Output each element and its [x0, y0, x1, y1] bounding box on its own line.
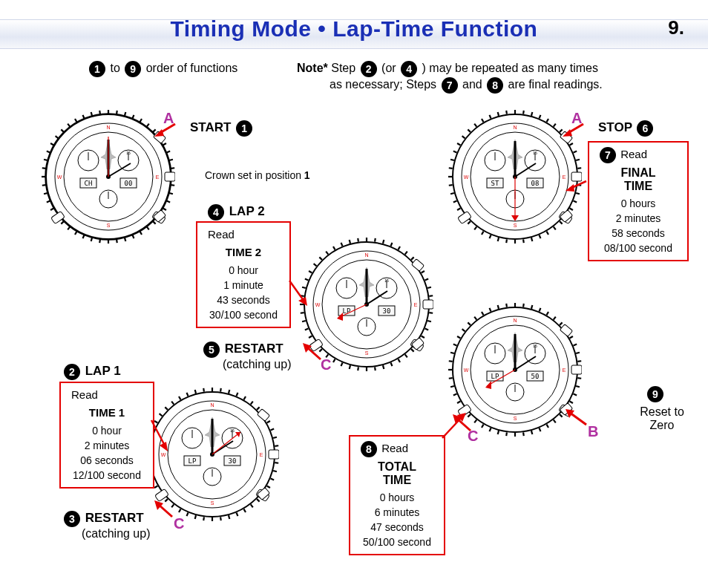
- step-2-badge: 2: [64, 364, 80, 380]
- step-5-badge: 5: [203, 342, 220, 358]
- catching-up-2: (catching up): [223, 358, 292, 371]
- intro-left: 1 to 9 order of functions: [88, 61, 237, 77]
- svg-line-246: [229, 390, 229, 393]
- svg-line-821: [523, 304, 524, 307]
- read-label-1: Read: [71, 388, 147, 402]
- svg-line-420: [309, 336, 312, 339]
- svg-line-815: [474, 317, 476, 320]
- svg-line-223: [187, 513, 189, 517]
- svg-line-788: [570, 402, 573, 404]
- svg-line-819: [506, 304, 507, 307]
- svg-line-601: [540, 235, 541, 239]
- svg-line-433: [341, 243, 343, 246]
- svg-line-826: [560, 322, 563, 325]
- svg-line-805: [453, 394, 457, 396]
- lap2-title: 4 LAP 2: [206, 204, 265, 220]
- svg-line-413: [358, 367, 358, 370]
- arrow-c-3: [450, 413, 475, 435]
- svg-line-446: [427, 287, 431, 288]
- svg-line-33: [99, 239, 100, 243]
- svg-text:ST: ST: [491, 180, 499, 187]
- intro-note: Note* Step 2 (or 4 ) may be repeated as …: [297, 61, 681, 94]
- svg-line-799: [490, 428, 491, 432]
- arrow-a-2: [561, 120, 591, 140]
- svg-line-245: [220, 388, 221, 392]
- svg-line-30: [125, 238, 125, 241]
- final-time-box: 7 Read FINALTIME 0 hours 2 minutes 58 se…: [588, 141, 689, 261]
- svg-line-403: [425, 329, 429, 330]
- lap1-box: Read TIME 1 0 hour 2 minutes 06 seconds …: [59, 382, 154, 489]
- svg-line-590: [307, 347, 321, 359]
- note-1b: (or: [381, 62, 396, 74]
- svg-line-588: [289, 281, 304, 301]
- svg-line-632: [547, 119, 549, 122]
- svg-line-639: [577, 168, 581, 169]
- arrow-b: [563, 407, 592, 429]
- svg-line-606: [498, 238, 499, 241]
- svg-line-249: [251, 402, 253, 405]
- step-3-badge: 3: [64, 511, 80, 527]
- svg-line-825: [554, 317, 556, 320]
- svg-line-401: [429, 313, 433, 313]
- arrow-box-lap1: [147, 416, 172, 460]
- step-9-badge: 9: [647, 386, 663, 402]
- svg-line-67: [171, 168, 174, 169]
- svg-marker-397: [160, 442, 168, 451]
- svg-line-636: [570, 143, 573, 146]
- svg-line-415: [341, 363, 343, 367]
- svg-line-440: [399, 246, 401, 249]
- svg-line-248: [244, 396, 246, 399]
- svg-line-241: [187, 393, 189, 396]
- step-7-badge: 7: [600, 147, 616, 163]
- time1-label: TIME 1: [67, 405, 147, 420]
- svg-line-630: [531, 112, 532, 116]
- svg-line-212: [267, 486, 270, 489]
- svg-line-247: [237, 393, 238, 396]
- svg-line-447: [429, 295, 433, 296]
- intro-to: to: [110, 62, 119, 74]
- svg-line-221: [203, 517, 204, 520]
- lap1-title: 2 LAP 1: [62, 364, 121, 380]
- svg-line-442: [411, 257, 414, 260]
- note-1a: Step: [331, 62, 355, 74]
- svg-line-810: [450, 353, 454, 353]
- svg-line-633: [554, 124, 556, 127]
- step-6-badge: 6: [637, 120, 653, 137]
- svg-line-817: [490, 308, 491, 312]
- note-2c: are final readings.: [508, 78, 603, 91]
- svg-line-416: [333, 359, 335, 362]
- svg-line-222: [195, 515, 196, 519]
- svg-line-828: [570, 336, 573, 339]
- svg-line-638: [576, 160, 580, 160]
- svg-line-797: [506, 432, 507, 436]
- svg-line-34: [91, 238, 92, 241]
- svg-line-976: [570, 413, 586, 425]
- svg-line-786: [576, 386, 580, 387]
- svg-line-624: [482, 119, 484, 122]
- note-2a: as necessary; Steps: [330, 78, 436, 91]
- page-title: Timing Mode • Lap-Time Function: [0, 16, 708, 42]
- svg-line-625: [490, 115, 491, 119]
- svg-line-629: [523, 111, 524, 114]
- page-number: 9.: [668, 16, 684, 39]
- svg-line-798: [498, 431, 499, 434]
- svg-line-619: [453, 151, 457, 153]
- svg-line-211: [271, 479, 275, 480]
- svg-line-610: [468, 221, 471, 224]
- svg-line-445: [425, 279, 429, 281]
- restart-1: 3 RESTART: [62, 511, 144, 527]
- svg-line-612: [457, 209, 460, 211]
- svg-line-210: [273, 471, 277, 471]
- svg-line-434: [350, 240, 350, 244]
- svg-line-831: [577, 361, 581, 362]
- svg-line-217: [237, 513, 238, 517]
- svg-line-444: [422, 271, 425, 273]
- lcd-right: 00: [125, 180, 133, 187]
- svg-line-807: [449, 378, 453, 379]
- note-2b: and: [462, 78, 482, 91]
- svg-line-407: [405, 354, 407, 357]
- svg-line-605: [506, 239, 507, 243]
- svg-line-637: [574, 151, 577, 153]
- svg-line-408: [399, 359, 401, 362]
- svg-line-252: [267, 421, 270, 423]
